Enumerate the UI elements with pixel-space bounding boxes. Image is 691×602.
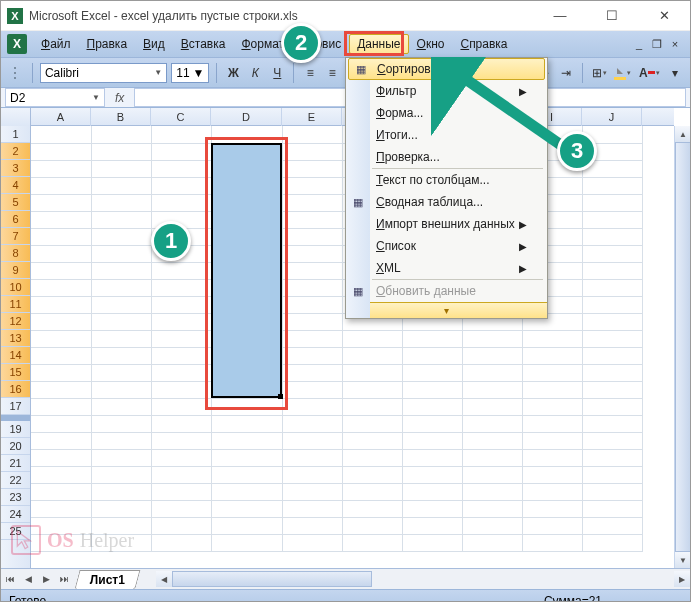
font-color-button[interactable]: A▾ (637, 63, 662, 83)
cell-F13[interactable] (342, 330, 402, 347)
scroll-up-icon[interactable]: ▲ (675, 126, 690, 142)
cell-G22[interactable] (402, 483, 462, 500)
cell-H24[interactable] (462, 517, 522, 534)
row-header-8[interactable]: 8 (1, 245, 30, 262)
cell-B14[interactable] (91, 347, 151, 364)
cell-F19[interactable] (342, 432, 402, 449)
cell-F21[interactable] (342, 466, 402, 483)
menu-item--[interactable]: Проверка... (346, 146, 547, 168)
toolbar-handle-icon[interactable] (7, 63, 25, 83)
cell-D19[interactable] (211, 432, 282, 449)
cell-B19[interactable] (91, 432, 151, 449)
cell-H25[interactable] (462, 534, 522, 551)
row-header-2[interactable]: 2 (1, 143, 30, 160)
cell-C10[interactable] (151, 279, 211, 296)
cell-E18[interactable] (282, 415, 342, 432)
cell-H21[interactable] (462, 466, 522, 483)
cell-B13[interactable] (91, 330, 151, 347)
cell-A8[interactable] (31, 245, 91, 262)
cell-E24[interactable] (282, 517, 342, 534)
cell-E11[interactable] (282, 296, 342, 313)
cell-F20[interactable] (342, 449, 402, 466)
cell-E3[interactable] (282, 160, 342, 177)
menu-вид[interactable]: Вид (135, 34, 173, 54)
cell-E10[interactable] (282, 279, 342, 296)
menu-expand-icon[interactable]: ▾ (346, 302, 547, 318)
menu-item--[interactable]: Текст по столбцам... (346, 169, 547, 191)
cell-A7[interactable] (31, 228, 91, 245)
cell-G20[interactable] (402, 449, 462, 466)
cell-A23[interactable] (31, 500, 91, 517)
italic-button[interactable]: К (246, 63, 264, 83)
cell-D22[interactable] (211, 483, 282, 500)
cell-C25[interactable] (151, 534, 211, 551)
cell-G16[interactable] (402, 381, 462, 398)
row-header-15[interactable]: 15 (1, 364, 30, 381)
cell-A14[interactable] (31, 347, 91, 364)
cell-C18[interactable] (151, 415, 211, 432)
cell-I14[interactable] (522, 347, 582, 364)
increase-indent-button[interactable]: ⇥ (557, 63, 575, 83)
cell-H15[interactable] (462, 364, 522, 381)
tab-nav[interactable]: ⏮ ◀ ▶ ⏭ (1, 570, 73, 588)
cell-J18[interactable] (582, 415, 642, 432)
cell-J14[interactable] (582, 347, 642, 364)
row-header-13[interactable]: 13 (1, 330, 30, 347)
menu-item--[interactable]: Форма... (346, 102, 547, 124)
cell-J12[interactable] (582, 313, 642, 330)
cell-A19[interactable] (31, 432, 91, 449)
cell-F24[interactable] (342, 517, 402, 534)
cell-D25[interactable] (211, 534, 282, 551)
cell-D20[interactable] (211, 449, 282, 466)
cell-F15[interactable] (342, 364, 402, 381)
cell-F17[interactable] (342, 398, 402, 415)
cell-G18[interactable] (402, 415, 462, 432)
vertical-scrollbar[interactable]: ▲ ▼ (674, 126, 690, 568)
cell-E9[interactable] (282, 262, 342, 279)
menu-item--[interactable]: Список▶ (346, 235, 547, 257)
cell-A22[interactable] (31, 483, 91, 500)
cell-A3[interactable] (31, 160, 91, 177)
cell-A21[interactable] (31, 466, 91, 483)
cell-J4[interactable] (582, 177, 642, 194)
column-header-D[interactable]: D (211, 108, 282, 126)
cell-B6[interactable] (91, 211, 151, 228)
cell-B1[interactable] (91, 126, 151, 143)
cell-E5[interactable] (282, 194, 342, 211)
row-header-9[interactable]: 9 (1, 262, 30, 279)
cell-B20[interactable] (91, 449, 151, 466)
cell-A13[interactable] (31, 330, 91, 347)
bold-button[interactable]: Ж (224, 63, 242, 83)
cell-I25[interactable] (522, 534, 582, 551)
scroll-down-icon[interactable]: ▼ (675, 552, 690, 568)
row-header-6[interactable]: 6 (1, 211, 30, 228)
menu-данные[interactable]: Данные (349, 34, 408, 54)
select-all-corner[interactable] (1, 108, 31, 126)
menu-item--[interactable]: ▦Сводная таблица... (346, 191, 547, 213)
cell-J5[interactable] (582, 194, 642, 211)
underline-button[interactable]: Ч (268, 63, 286, 83)
row-header-23[interactable]: 23 (1, 489, 30, 506)
cell-D17[interactable] (211, 398, 282, 415)
cell-G15[interactable] (402, 364, 462, 381)
horizontal-scrollbar[interactable]: ◀ ▶ (156, 571, 690, 587)
cell-F14[interactable] (342, 347, 402, 364)
row-header-17[interactable]: 17 (1, 398, 30, 415)
cell-I22[interactable] (522, 483, 582, 500)
cell-C9[interactable] (151, 262, 211, 279)
cell-J23[interactable] (582, 500, 642, 517)
cell-A16[interactable] (31, 381, 91, 398)
cell-I18[interactable] (522, 415, 582, 432)
column-header-C[interactable]: C (151, 108, 211, 126)
tab-next-icon[interactable]: ▶ (37, 570, 55, 588)
cell-C5[interactable] (151, 194, 211, 211)
cell-G14[interactable] (402, 347, 462, 364)
font-size-selector[interactable]: 11▼ (171, 63, 209, 83)
cell-J19[interactable] (582, 432, 642, 449)
cell-H13[interactable] (462, 330, 522, 347)
cell-I19[interactable] (522, 432, 582, 449)
cell-J21[interactable] (582, 466, 642, 483)
cell-E20[interactable] (282, 449, 342, 466)
cell-G23[interactable] (402, 500, 462, 517)
cell-J7[interactable] (582, 228, 642, 245)
